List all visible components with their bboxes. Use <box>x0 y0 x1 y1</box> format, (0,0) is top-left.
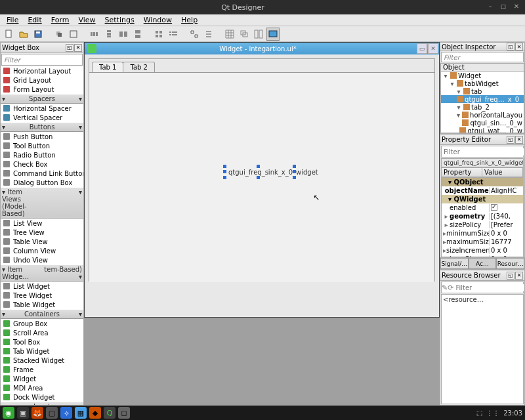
widget-item[interactable]: Tool Button <box>1 141 83 150</box>
widget-item[interactable]: Dock Widget <box>1 392 83 402</box>
pe-tab-signals[interactable]: Signal/… <box>440 258 469 269</box>
resize-handle[interactable] <box>223 176 226 179</box>
save-icon[interactable] <box>32 28 45 41</box>
vscode-icon[interactable]: ⟡ <box>60 407 72 419</box>
widget-category[interactable]: ▾ Item Views (Model-Based) ▾ <box>1 187 83 219</box>
tab-1[interactable]: Tab 1 <box>92 62 123 72</box>
tray-icon[interactable]: ⬚ <box>476 410 482 417</box>
oi-filter[interactable]: Filter <box>441 52 524 62</box>
resize-handle[interactable] <box>257 165 260 168</box>
widget-item[interactable]: Dialog Button Box <box>1 178 83 187</box>
dock-float-icon[interactable]: ◱ <box>507 136 514 144</box>
start-menu-icon[interactable]: ◉ <box>3 407 14 419</box>
edit-resource-icon[interactable]: ✎ <box>442 282 448 293</box>
widget-item[interactable]: Column View <box>1 246 83 255</box>
layout-vsplit-icon[interactable] <box>131 28 144 41</box>
widget-item[interactable]: Table View <box>1 237 83 246</box>
oi-tree-item[interactable]: qtgui_freq…_x_0_ <box>441 95 524 103</box>
menu-file[interactable]: File <box>3 15 22 25</box>
oi-column-header[interactable]: Object <box>440 63 524 71</box>
widget-item[interactable]: Stacked Widget <box>1 356 83 365</box>
network-icon[interactable]: ⋮⋮ <box>486 410 499 417</box>
pe-property-row[interactable]: ▸maximumSize16777 <box>442 238 523 246</box>
preview-icon[interactable] <box>266 28 280 41</box>
widget-item[interactable]: Widget <box>1 374 83 383</box>
pe-group[interactable]: ▾ QWidget <box>442 195 523 203</box>
widget-item[interactable]: Tree View <box>1 228 83 237</box>
menu-settings[interactable]: Settings <box>101 15 138 25</box>
widget-item[interactable]: Grid Layout <box>1 75 83 85</box>
rb-body[interactable]: <resource… <box>441 294 524 404</box>
widget-category[interactable]: ▾ Item Widge…tem-Based) ▾ <box>1 264 83 282</box>
oi-tree-item[interactable]: qtgui_sin…_0_w <box>441 119 524 127</box>
send-back-icon[interactable] <box>52 28 66 41</box>
resize-handle[interactable] <box>293 170 296 173</box>
resize-handle[interactable] <box>257 176 260 179</box>
menu-window[interactable]: Window <box>140 15 176 25</box>
oi-tree-item[interactable]: ▾tab_2 <box>441 103 524 111</box>
oi-tree-item[interactable]: ▾tabWidget <box>441 79 524 87</box>
app-icon[interactable]: ▦ <box>75 407 87 419</box>
dock-close-icon[interactable]: ✕ <box>515 272 523 280</box>
pe-property-row[interactable]: ▸geometry[(340, <box>442 212 523 220</box>
pe-table[interactable]: ▾ QObjectobjectNameAlignHC▾ QWidgetenabl… <box>441 177 524 257</box>
adjust-size-icon[interactable] <box>202 28 215 41</box>
pe-filter[interactable]: + ▾ <box>441 146 524 158</box>
edit-widgets-icon[interactable] <box>67 28 80 41</box>
open-icon[interactable] <box>17 28 30 41</box>
pe-property-row[interactable]: objectNameAlignHC <box>442 186 523 195</box>
widget-category[interactable]: ▾Input Widgets▾ <box>1 402 83 405</box>
widget-item[interactable]: Tree Widget <box>1 291 83 300</box>
widget-item[interactable]: Tab Widget <box>1 346 83 356</box>
widget-item[interactable]: Check Box <box>1 159 83 169</box>
widget-item[interactable]: Group Box <box>1 319 83 328</box>
widget-item[interactable]: Push Button <box>1 132 83 141</box>
pe-tab-actions[interactable]: Ac… <box>469 258 497 269</box>
menu-help[interactable]: Help <box>177 15 201 25</box>
cascade-icon[interactable] <box>238 28 251 41</box>
break-layout-icon[interactable] <box>188 28 201 41</box>
dock-close-icon[interactable]: ✕ <box>515 136 523 144</box>
pe-property-row[interactable]: ▸sizeIncrement0 x 0 <box>442 246 523 255</box>
layout-form-icon[interactable] <box>167 28 180 41</box>
oi-tree[interactable]: ▾Widget▾tabWidget▾tabqtgui_freq…_x_0_▾ta… <box>440 71 524 133</box>
widget-item[interactable]: Tool Box <box>1 337 83 346</box>
dock-float-icon[interactable]: ◱ <box>507 43 514 51</box>
resize-handle[interactable] <box>293 176 296 179</box>
new-form-icon[interactable] <box>3 28 16 41</box>
dock-float-icon[interactable]: ◱ <box>507 272 514 280</box>
form-close-icon[interactable]: ✕ <box>428 43 438 54</box>
widget-box-list[interactable]: Horizontal LayoutGrid LayoutForm Layout▾… <box>1 66 83 405</box>
dock-close-icon[interactable]: ✕ <box>74 44 82 52</box>
qt-designer-task-icon[interactable]: Q <box>104 407 116 419</box>
layout-grid-icon[interactable] <box>152 28 165 41</box>
resize-handle[interactable] <box>223 165 226 168</box>
widget-item[interactable]: Horizontal Spacer <box>1 104 83 113</box>
widget-item[interactable]: MDI Area <box>1 383 83 392</box>
clock[interactable]: 23:03 <box>503 410 522 417</box>
rb-filter-input[interactable] <box>453 284 525 291</box>
widget-item[interactable]: Undo View <box>1 255 83 264</box>
menu-form[interactable]: Form <box>47 15 74 25</box>
design-canvas[interactable]: Widget - integartion.ui* ▭ ✕ Tab 1 Tab 2… <box>84 42 440 406</box>
oi-tree-item[interactable]: ▾tab <box>441 87 524 95</box>
app2-icon[interactable]: ◆ <box>89 407 101 419</box>
grid-icon[interactable] <box>223 28 236 41</box>
dock-float-icon[interactable]: ◱ <box>66 44 74 52</box>
reload-icon[interactable]: ⟳ <box>448 282 453 293</box>
tab-page[interactable]: qtgui_freq_sink_x_0_widget ↖ <box>89 72 434 282</box>
widget-item[interactable]: Vertical Spacer <box>1 113 83 122</box>
terminal-icon[interactable]: ▢ <box>46 407 58 419</box>
widget-item[interactable]: Table Widget <box>1 300 83 309</box>
pe-property-row[interactable]: ▸minimumSize0 x 0 <box>442 229 523 238</box>
pe-group[interactable]: ▾ QObject <box>442 178 523 186</box>
dock-close-icon[interactable]: ✕ <box>515 43 523 51</box>
tab-widget[interactable]: Tab 1 Tab 2 qtgui_freq_sink_x_0_widget <box>89 58 435 282</box>
pe-filter-input[interactable] <box>442 148 525 156</box>
files-icon[interactable]: ▣ <box>17 407 29 419</box>
widget-item[interactable]: List View <box>1 219 83 228</box>
pe-tab-resources[interactable]: Resour… <box>496 258 524 269</box>
form-titlebar[interactable]: Widget - integartion.ui* ▭ ✕ <box>85 43 439 54</box>
form-minimize-icon[interactable]: ▭ <box>417 43 427 54</box>
layout-h-icon[interactable] <box>88 28 101 41</box>
